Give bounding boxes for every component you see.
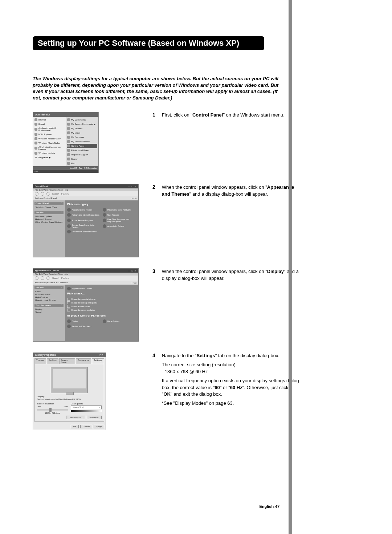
control-panel-item[interactable]: Control Panel bbox=[67, 144, 97, 148]
task-link[interactable]: Choose a screen saver bbox=[67, 305, 136, 308]
side-link[interactable]: Mouse Pointers bbox=[34, 293, 64, 296]
forward-icon[interactable] bbox=[41, 276, 44, 280]
collapse-icon[interactable]: ⌃ bbox=[61, 304, 62, 307]
collapse-icon[interactable]: ⌃ bbox=[61, 211, 62, 214]
menubar[interactable]: File Edit View Favorites Tools Help bbox=[33, 273, 138, 276]
tab-screensaver[interactable]: Screen Saver bbox=[59, 358, 75, 364]
start-right-item[interactable]: My Computer bbox=[67, 135, 97, 139]
arrow-icon bbox=[67, 301, 70, 304]
window-title: Control Panel bbox=[35, 185, 48, 188]
toolbar-search[interactable]: Search bbox=[52, 193, 59, 195]
side-link[interactable]: Other Control Panel Options bbox=[34, 221, 64, 224]
tab-appearance[interactable]: Appearance bbox=[76, 358, 91, 364]
start-right-item[interactable]: My Documents bbox=[67, 118, 97, 122]
category-item[interactable]: Printers and Other Hardware bbox=[103, 208, 136, 212]
category-item[interactable]: Add or Remove Programs bbox=[67, 218, 101, 223]
window-controls-icon[interactable]: — □ ✕ bbox=[128, 185, 136, 188]
page-root: Setting up Your PC Software (Based on Wi… bbox=[0, 0, 392, 534]
logoff-button[interactable]: Log Off bbox=[70, 167, 77, 169]
go-button[interactable]: ▸ Go bbox=[132, 197, 136, 200]
category-item[interactable]: Accessibility Options bbox=[103, 224, 136, 228]
advanced-button[interactable]: Advanced bbox=[87, 416, 102, 419]
tab-settings[interactable]: Settings bbox=[92, 358, 104, 364]
addremove-icon bbox=[67, 219, 71, 222]
start-pinned-item[interactable]: Windows Update bbox=[34, 151, 65, 155]
start-pinned-item[interactable]: MSN Explorer bbox=[34, 132, 65, 136]
up-icon[interactable] bbox=[46, 192, 50, 196]
address-value[interactable]: Control Panel bbox=[44, 197, 57, 199]
start-pinned-item[interactable]: AOL Instant Messenger License bbox=[34, 145, 65, 151]
toolbar-folders[interactable]: Folders bbox=[61, 277, 69, 279]
category-item[interactable]: Sounds, Speech, and Audio Devices bbox=[67, 224, 101, 228]
category-item[interactable]: Performance and Maintenance bbox=[67, 230, 101, 233]
category-item[interactable]: Network and Internet Connections bbox=[67, 213, 101, 217]
toolbar-folders[interactable]: Folders bbox=[61, 193, 69, 195]
sounds-icon bbox=[67, 224, 71, 228]
cp-icon-link[interactable]: Folder Options bbox=[103, 319, 136, 323]
category-item[interactable]: Date, Time, Language, and Regional Optio… bbox=[103, 218, 136, 223]
start-right-item[interactable]: My Network Places bbox=[67, 139, 97, 144]
start-right-item[interactable]: My Recent Documents ▸ bbox=[67, 122, 97, 126]
all-programs[interactable]: All Programs ▶ bbox=[34, 155, 65, 159]
address-value[interactable]: Appearance and Themes bbox=[43, 281, 68, 284]
cancel-button[interactable]: Cancel bbox=[80, 425, 92, 428]
turnoff-button[interactable]: Turn Off Computer bbox=[79, 167, 97, 169]
back-icon[interactable] bbox=[35, 192, 38, 196]
side-link[interactable]: Display bbox=[34, 308, 64, 311]
task-link[interactable]: Change the screen resolution bbox=[67, 308, 136, 312]
tab-themes[interactable]: Themes bbox=[34, 358, 46, 364]
window-controls-icon[interactable]: — □ ✕ bbox=[128, 269, 136, 272]
task-link[interactable]: Change the computer's theme bbox=[67, 297, 136, 301]
menubar[interactable]: File Edit View Favorites Tools Help bbox=[33, 188, 138, 191]
ok-button[interactable]: OK bbox=[71, 425, 79, 428]
monitor-preview bbox=[51, 367, 88, 393]
start-pinned-item[interactable]: Windows Media Player bbox=[34, 136, 65, 141]
start-button[interactable]: start bbox=[34, 170, 38, 172]
start-pinned-item[interactable]: E-mail bbox=[34, 122, 65, 126]
start-pinned-item[interactable]: Internet bbox=[34, 118, 65, 122]
apply-button[interactable]: Apply bbox=[94, 425, 104, 428]
cp-icon-link[interactable]: Taskbar and Start Menu bbox=[67, 325, 101, 328]
side-link[interactable]: Fonts bbox=[34, 290, 64, 293]
start-pinned-item[interactable]: Adobe Acrobat 4.0 Professional bbox=[34, 126, 65, 132]
start-right-item[interactable]: Help and Support bbox=[67, 152, 97, 157]
collapse-icon[interactable]: ⌃ bbox=[61, 286, 62, 289]
troubleshoot-button[interactable]: Troubleshoot... bbox=[66, 416, 86, 419]
moviemaker-icon bbox=[34, 142, 37, 144]
back-icon[interactable] bbox=[35, 276, 38, 280]
toolbar-search[interactable]: Search bbox=[52, 277, 59, 279]
go-button[interactable]: ▸ Go bbox=[132, 281, 136, 284]
printer-icon bbox=[67, 149, 70, 152]
resolution-value: 1360 by 768 pixels bbox=[37, 412, 68, 414]
side-link[interactable]: High Contrast bbox=[34, 296, 64, 299]
appearance-icon bbox=[67, 208, 71, 212]
tab-desktop[interactable]: Desktop bbox=[47, 358, 58, 364]
up-icon[interactable] bbox=[46, 276, 50, 280]
toolbar[interactable]: Search Folders bbox=[33, 191, 138, 196]
start-right-item[interactable]: My Music bbox=[67, 131, 97, 135]
side-link[interactable]: Help and Support bbox=[34, 218, 64, 221]
resolution-slider[interactable] bbox=[37, 409, 68, 411]
window-controls-icon[interactable]: ? ✕ bbox=[99, 354, 103, 356]
start-right-item[interactable]: Run... bbox=[67, 161, 97, 166]
collapse-icon[interactable]: ⌃ bbox=[61, 202, 62, 205]
side-link[interactable]: Sound bbox=[34, 311, 64, 314]
task-link[interactable]: Change the desktop background bbox=[67, 301, 136, 305]
start-right-item[interactable]: Printers and Faxes bbox=[67, 148, 97, 152]
category-appearance[interactable]: Appearance and Themes bbox=[67, 208, 101, 212]
side-link[interactable]: Windows Update bbox=[34, 215, 64, 218]
forward-icon[interactable] bbox=[41, 192, 44, 196]
side-header: See Also bbox=[36, 211, 44, 214]
side-link[interactable]: User Account Picture bbox=[34, 299, 64, 302]
display-icon-link[interactable]: Display bbox=[67, 319, 101, 323]
side-header: See Also bbox=[36, 286, 44, 289]
address-label: Address bbox=[35, 281, 43, 284]
category-item[interactable]: User Accounts bbox=[103, 213, 136, 217]
start-right-item[interactable]: My Pictures bbox=[67, 126, 97, 131]
switch-to-classic[interactable]: Switch to Classic View bbox=[34, 206, 64, 209]
start-right-item[interactable]: Search bbox=[67, 157, 97, 161]
colorquality-dropdown[interactable]: Highest (32 bit)▾ bbox=[71, 405, 102, 409]
start-pinned-item[interactable]: Windows Movie Maker bbox=[34, 141, 65, 145]
toolbar[interactable]: Search Folders bbox=[33, 276, 138, 281]
controlpanel-icon bbox=[67, 144, 70, 147]
